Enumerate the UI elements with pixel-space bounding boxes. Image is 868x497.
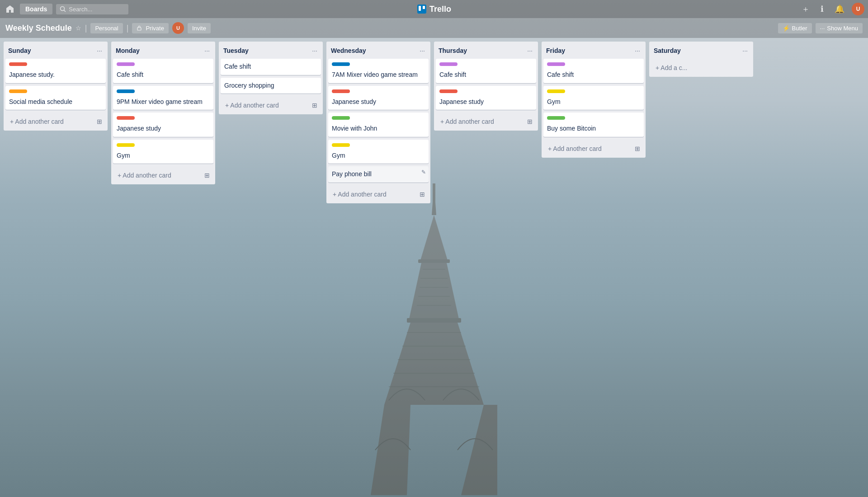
add-card-button-friday[interactable]: + Add another card [543, 141, 635, 156]
card-item[interactable]: Grocery shopping✎ [221, 78, 321, 94]
card-item[interactable]: 9PM Mixer video game stream✎ [113, 86, 213, 110]
card-item[interactable]: 7AM Mixer video game stream✎ [328, 59, 429, 83]
card-label [547, 116, 565, 120]
info-button[interactable]: ℹ [817, 2, 827, 16]
avatar[interactable]: U [852, 3, 864, 15]
list-menu-saturday[interactable]: ··· [741, 46, 750, 55]
star-button[interactable]: ☆ [75, 24, 81, 32]
template-icon[interactable]: ⊞ [312, 102, 317, 109]
template-icon[interactable]: ⊞ [420, 191, 425, 198]
create-button[interactable]: ＋ [798, 2, 813, 16]
boards-button[interactable]: Boards [20, 4, 52, 14]
card-edit-icon[interactable]: ✎ [421, 169, 426, 175]
list-friday: Friday···Cafe shift✎Gym✎Buy some Bitcoin… [542, 42, 646, 158]
butler-icon: ⚡ [783, 25, 790, 32]
list-thursday: Thursday···Cafe shift✎Japanese study✎+ A… [434, 42, 538, 131]
card-label [117, 89, 135, 93]
template-icon[interactable]: ⊞ [204, 172, 210, 179]
invite-label: Invite [192, 25, 206, 32]
add-card-button-wednesday[interactable]: + Add another card [328, 187, 420, 202]
card-item[interactable]: Gym✎ [543, 86, 644, 110]
list-cards-thursday: Cafe shift✎Japanese study✎ [434, 59, 538, 113]
list-title-friday: Friday [546, 47, 565, 54]
list-header-monday: Monday··· [111, 42, 215, 59]
add-card-button-tuesday[interactable]: + Add another card [221, 98, 312, 113]
list-wednesday: Wednesday···7AM Mixer video game stream✎… [326, 42, 430, 203]
card-title: Gym [332, 151, 425, 160]
card-item[interactable]: Gym✎ [113, 140, 213, 164]
card-label [117, 116, 135, 120]
list-sunday: Sunday···Japanese study.✎Social media sc… [4, 42, 108, 131]
card-label [547, 89, 565, 93]
user-avatar[interactable]: U [172, 22, 184, 34]
list-menu-sunday[interactable]: ··· [95, 46, 104, 55]
card-item[interactable]: Cafe shift✎ [543, 59, 644, 83]
card-title: Japanese study [117, 124, 210, 133]
board-header-right: ⚡ Butler ··· Show Menu [778, 23, 863, 33]
add-card-button-sunday[interactable]: + Add another card [5, 114, 97, 129]
card-title: Cafe shift [224, 62, 317, 71]
card-item[interactable]: Buy some Bitcoin✎ [543, 113, 644, 137]
svg-rect-23 [423, 6, 425, 9]
search-bar[interactable]: Search... [56, 4, 128, 14]
card-item[interactable]: Japanese study✎ [113, 113, 213, 137]
notifications-button[interactable]: 🔔 [831, 2, 848, 16]
card-title: Cafe shift [117, 70, 210, 80]
show-menu-button[interactable]: ··· Show Menu [816, 23, 863, 33]
invite-area: U [172, 22, 184, 34]
card-item[interactable]: Cafe shift✎ [221, 59, 321, 75]
private-chip[interactable]: Private [132, 23, 168, 33]
list-cards-tuesday: Cafe shift✎Grocery shopping✎ [219, 59, 323, 96]
card-label [117, 143, 135, 147]
butler-button[interactable]: ⚡ Butler [778, 23, 812, 33]
list-menu-monday[interactable]: ··· [203, 46, 212, 55]
trello-logo[interactable]: Trello [417, 4, 451, 14]
svg-point-19 [61, 7, 65, 11]
card-label [9, 89, 27, 93]
topbar-left: Boards Search... [4, 3, 796, 15]
svg-rect-22 [419, 6, 421, 11]
list-title-tuesday: Tuesday [223, 47, 249, 54]
list-title-thursday: Thursday [439, 47, 467, 54]
card-item[interactable]: Movie with John✎ [328, 113, 429, 137]
card-item[interactable]: Japanese study✎ [436, 86, 536, 110]
add-card-button-thursday[interactable]: + Add another card [436, 114, 527, 129]
list-saturday: Saturday···+ Add a c... [649, 42, 753, 77]
card-title: Buy some Bitcoin [547, 124, 640, 133]
list-menu-friday[interactable]: ··· [633, 46, 642, 55]
card-label [332, 89, 350, 93]
list-menu-thursday[interactable]: ··· [525, 46, 534, 55]
invite-button[interactable]: Invite [188, 23, 211, 33]
list-title-monday: Monday [116, 47, 140, 54]
card-item[interactable]: Social media schedule✎ [5, 86, 106, 110]
card-item[interactable]: Cafe shift✎ [436, 59, 536, 83]
card-item[interactable]: Cafe shift✎ [113, 59, 213, 83]
card-item[interactable]: Japanese study✎ [328, 86, 429, 110]
board-title[interactable]: Weekly Schedule [5, 23, 72, 33]
list-menu-wednesday[interactable]: ··· [418, 46, 427, 55]
card-title: 9PM Mixer video game stream [117, 98, 210, 107]
template-icon[interactable]: ⊞ [527, 118, 533, 125]
template-icon[interactable]: ⊞ [635, 145, 640, 152]
list-menu-tuesday[interactable]: ··· [310, 46, 319, 55]
card-item[interactable]: Gym✎ [328, 140, 429, 164]
add-card-button-monday[interactable]: + Add another card [113, 168, 204, 183]
topbar: Boards Search... Trello ＋ ℹ 🔔 U [0, 0, 868, 18]
add-card-area-saturday: + Add a c... [649, 59, 753, 77]
card-title: Japanese study. [9, 70, 102, 80]
card-item[interactable]: Japanese study.✎ [5, 59, 106, 83]
personal-chip[interactable]: Personal [90, 23, 123, 33]
show-menu-label: Show Menu [827, 25, 858, 32]
add-card-button-saturday[interactable]: + Add a c... [651, 61, 751, 75]
topbar-right: ＋ ℹ 🔔 U [798, 2, 864, 16]
add-card-area-tuesday: + Add another card⊞ [219, 96, 323, 114]
divider-2: | [127, 23, 129, 33]
home-button[interactable] [4, 3, 16, 15]
card-item[interactable]: Pay phone bill✎ [328, 166, 429, 183]
private-label: Private [146, 25, 164, 32]
divider-1: | [85, 23, 87, 33]
list-title-sunday: Sunday [8, 47, 31, 54]
list-cards-monday: Cafe shift✎9PM Mixer video game stream✎J… [111, 59, 215, 166]
card-title: Gym [117, 151, 210, 160]
template-icon[interactable]: ⊞ [97, 118, 102, 125]
